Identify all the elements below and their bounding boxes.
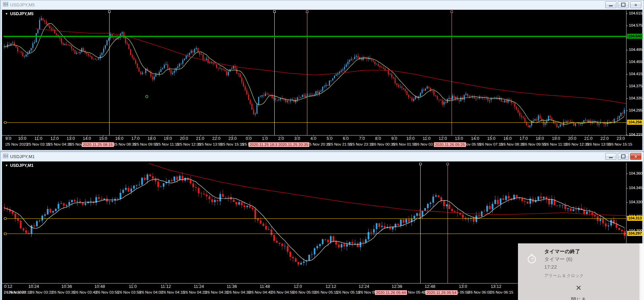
restore-button[interactable] xyxy=(618,1,629,8)
horizontal-line[interactable] xyxy=(3,218,626,219)
hour-tick xyxy=(605,135,605,137)
date-label: 26 Nov 13:55 xyxy=(588,142,611,146)
hour-tick xyxy=(410,135,411,137)
hour-label: 9:0 xyxy=(5,136,11,141)
titlebar-m5[interactable]: USDJPY,M5 × xyxy=(1,0,644,9)
highlighted-date-badge: 2020.11.25 20:35 xyxy=(277,142,309,147)
date-label: 26 Nov 08:35 xyxy=(501,142,524,146)
date-label: 26 Nov 06:15 xyxy=(490,290,513,294)
horizontal-line[interactable] xyxy=(3,36,626,37)
hour-tick xyxy=(249,135,249,137)
time-axis-hours[interactable]: 9:010:011:012:013:014:015:016:017:018:01… xyxy=(2,136,642,142)
chevron-down-icon: ▼ xyxy=(5,164,8,167)
price-tick-label: 104.330 xyxy=(629,200,642,204)
date-tick xyxy=(522,143,522,146)
date-label: 26 Nov 04:23 xyxy=(184,290,207,294)
vertical-line-handle[interactable] xyxy=(273,10,276,13)
hour-label: 12:0 xyxy=(294,284,302,289)
symbol-label-text: USDJPY,M5 xyxy=(10,11,33,16)
symbol-label[interactable]: ▼ USDJPY,M5 xyxy=(5,11,33,16)
vertical-line[interactable] xyxy=(274,10,275,135)
horizontal-line-handle[interactable] xyxy=(4,217,6,220)
restore-button[interactable] xyxy=(618,153,629,160)
hour-label: 22:0 xyxy=(601,136,609,141)
date-tick xyxy=(51,291,52,294)
hour-tick xyxy=(556,135,556,137)
toast-dismiss-button[interactable]: 閉じる xyxy=(518,297,639,300)
hour-label: 20:0 xyxy=(568,136,576,141)
horizontal-line-handle[interactable] xyxy=(4,233,6,235)
price-axis[interactable]: 104.615104.575104.535104.495104.455104.4… xyxy=(626,10,644,150)
hour-label: 13:0 xyxy=(67,136,75,141)
price-tick-label: 104.335 xyxy=(629,96,642,100)
hour-tick xyxy=(394,135,395,137)
close-button[interactable]: × xyxy=(630,153,641,160)
date-tick xyxy=(467,291,468,294)
horizontal-line-handle[interactable] xyxy=(4,121,6,124)
hour-label: 5:0 xyxy=(327,136,332,141)
price-tick-label: 104.495 xyxy=(629,48,642,52)
toast-close-icon[interactable]: × xyxy=(572,283,585,293)
highlighted-date-badge: 2020.11.25 18:30 xyxy=(249,142,281,147)
hour-label: 23:0 xyxy=(617,136,625,141)
hour-tick xyxy=(475,135,476,137)
vertical-line[interactable] xyxy=(448,163,448,283)
trade-marker-icon xyxy=(145,95,148,98)
highlighted-date-badge: 2020.11.25 08:15 xyxy=(82,142,114,147)
date-tick xyxy=(5,143,6,146)
vertical-line-handle[interactable] xyxy=(108,10,111,13)
hour-label: 12:0 xyxy=(51,136,59,141)
price-tick xyxy=(626,174,628,174)
horizontal-line[interactable] xyxy=(3,122,626,123)
candlestick-canvas-m5[interactable] xyxy=(3,10,626,135)
date-label: 25 Nov 12:35 xyxy=(178,142,201,146)
hour-label: 18:0 xyxy=(536,136,544,141)
vertical-line-handle[interactable] xyxy=(419,163,422,165)
hour-label: 11:12 xyxy=(161,284,171,289)
date-tick xyxy=(29,291,30,294)
minimize-button[interactable] xyxy=(605,153,616,160)
timer-notification[interactable]: タイマーの終了 タイマー (6) 17:22 アラーム & クロック × 閉じる xyxy=(518,243,639,300)
price-line-label: 104.313 xyxy=(627,216,643,221)
date-label: 26 Nov 04:47 xyxy=(249,290,272,294)
vertical-line-handle[interactable] xyxy=(451,10,453,13)
date-tick xyxy=(336,291,336,294)
hour-label: 4:0 xyxy=(310,136,316,141)
chart-area-m5[interactable]: ▼ USDJPY,M5 104.615104.575104.535104.495… xyxy=(2,9,643,150)
minimize-button[interactable] xyxy=(605,1,616,8)
date-tick xyxy=(205,291,205,294)
hour-label: 10:24 xyxy=(28,284,39,289)
vertical-line[interactable] xyxy=(452,10,452,135)
date-tick xyxy=(424,291,424,294)
hour-label: 11:36 xyxy=(227,284,237,289)
hour-label: 13:0 xyxy=(455,136,463,141)
titlebar-m1[interactable]: USDJPY,M1 × xyxy=(1,152,644,161)
horizontal-line[interactable] xyxy=(3,234,626,234)
vertical-line-handle[interactable] xyxy=(447,163,449,165)
vertical-line[interactable] xyxy=(420,163,421,283)
hour-tick xyxy=(8,135,8,137)
time-axis-dates[interactable]: 25 Nov 202025 Nov 03:1525 Nov 04:3525 No… xyxy=(2,142,642,148)
symbol-label[interactable]: ▼ USDJPY,M1 xyxy=(5,163,33,168)
date-tick xyxy=(4,291,4,294)
window-controls: × xyxy=(605,1,641,8)
hour-tick xyxy=(103,135,103,137)
date-tick xyxy=(155,143,156,146)
vertical-line[interactable] xyxy=(307,10,307,135)
toast-app-name: アラーム & クロック xyxy=(544,273,584,279)
hour-label: 17:0 xyxy=(131,136,140,141)
hour-tick xyxy=(491,135,492,137)
restore-icon xyxy=(621,3,625,7)
hour-tick xyxy=(378,135,378,137)
date-label: 26 Nov 03:59 xyxy=(118,290,141,294)
vertical-line[interactable] xyxy=(109,10,110,135)
hour-tick xyxy=(427,135,427,137)
close-button[interactable]: × xyxy=(630,1,641,8)
date-tick xyxy=(489,291,490,294)
hour-label: 21:0 xyxy=(584,136,592,141)
restore-icon xyxy=(621,154,625,158)
hour-tick xyxy=(87,135,87,137)
vertical-line-handle[interactable] xyxy=(306,10,308,13)
hour-label: 16:0 xyxy=(115,136,123,141)
date-tick xyxy=(248,291,249,294)
